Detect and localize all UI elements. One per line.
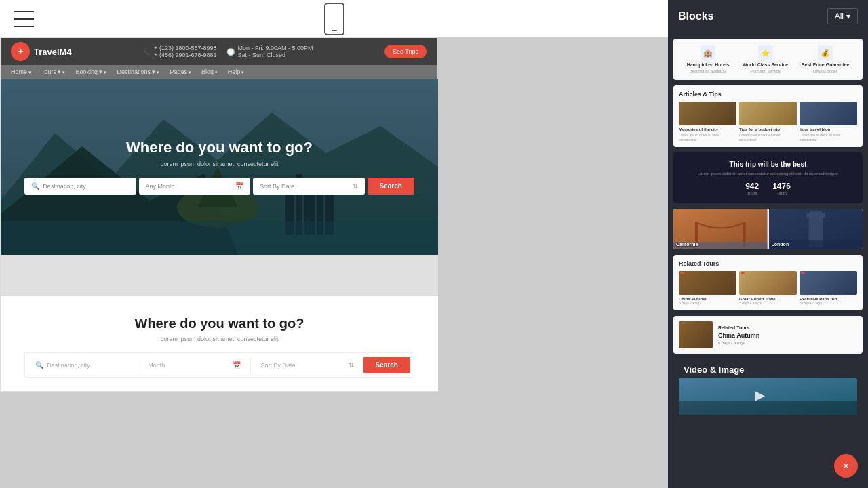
service-sub: Premium service: [750, 69, 781, 73]
month-field-2[interactable]: Month 📅: [141, 357, 248, 373]
article-item-1: Memories of the city Lorem ipsum dolor s…: [679, 102, 736, 142]
contact-hours: 🕐 Mon - Fri: 9:00AM - 5:00PM Sat - Sun: …: [226, 45, 313, 58]
destination-field-2[interactable]: 🔍 Destination, city: [28, 357, 135, 373]
contact-hours-text: Mon - Fri: 9:00AM - 5:00PM Sat - Sun: Cl…: [237, 45, 313, 58]
stats-title: This trip will be the best: [680, 161, 856, 168]
right-panel: Blocks All ▾ 🏨 Handpicked Hotels Best ho…: [668, 0, 868, 488]
calendar-icon: 📅: [235, 182, 243, 190]
nav-blog[interactable]: Blog: [201, 68, 218, 75]
single-tour-img: [679, 321, 713, 348]
price-sub: Lowest prices: [813, 69, 838, 73]
video-block-preview[interactable]: [679, 378, 857, 415]
hotel-icon: 🏨: [701, 45, 715, 60]
article-img-3: [800, 102, 857, 125]
stat-happy-number: 1476: [772, 182, 791, 191]
phone-icon: 📞: [143, 48, 151, 56]
article-title-2: Tips for a budget trip: [739, 127, 797, 131]
price-label: Best Price Guarantee: [802, 62, 850, 67]
block-feature-service: ⭐ World Class Service Premium service: [743, 45, 788, 73]
left-panel: TravelM4 📞 + (123) 1800-567-8998 + (456)…: [0, 0, 668, 488]
hero-image: Where do you want to go? Lorem ipsum dol…: [1, 79, 438, 255]
hotel-sub: Best hotels available: [690, 69, 727, 73]
single-tour-meta: 8 days • 4 tags: [718, 341, 857, 345]
block-stats-content: This trip will be the best Lorem ipsum d…: [673, 152, 863, 203]
nav-pages[interactable]: Pages: [170, 68, 191, 75]
sort-icon: ⇅: [353, 182, 358, 190]
section2-subtitle: Lorem ipsum dolor sit amet, consectetur …: [14, 336, 425, 342]
single-tour-section-label: Related Tours: [718, 325, 857, 330]
block-feature-hotels: 🏨 Handpicked Hotels Best hotels availabl…: [687, 45, 730, 73]
article-img-1: [679, 102, 736, 125]
nav-destinations[interactable]: Destinations ▾: [117, 68, 159, 75]
article-img-2: [739, 102, 797, 125]
search-bar-2: 🔍 Destination, city Month 📅 Sort By Date…: [24, 352, 414, 378]
service-label: World Class Service: [743, 62, 788, 67]
article-title-1: Memories of the city: [679, 127, 736, 131]
tour-tag-2: [741, 272, 745, 274]
close-button[interactable]: ×: [834, 454, 858, 478]
block-articles-content: Articles & Tips Memories of the city Lor…: [673, 85, 863, 147]
stat-tours: 942 Tours: [745, 182, 759, 195]
article-title-3: Your travel blog: [800, 127, 857, 131]
stat-tours-number: 942: [745, 182, 759, 191]
calendar-icon-2: 📅: [233, 361, 241, 369]
nav-home[interactable]: Home: [11, 68, 31, 75]
hotel-label: Handpicked Hotels: [687, 62, 730, 67]
sort-icon-2: ⇅: [349, 361, 354, 369]
tour-item-3: Exclusive Paris trip 3 days • 5 tags: [800, 271, 857, 305]
all-dropdown-button[interactable]: All ▾: [827, 8, 858, 24]
location-icon: 🔍: [31, 182, 39, 190]
stat-happy-label: Happy: [772, 191, 791, 195]
main-content: TravelM4 📞 + (123) 1800-567-8998 + (456)…: [0, 37, 668, 488]
nav-booking[interactable]: Booking ▾: [75, 68, 106, 75]
tour-item-2: Great Britain Travel 5 days • 3 tags: [739, 271, 797, 305]
hamburger-icon[interactable]: [14, 11, 34, 27]
site-logo-icon: [11, 42, 30, 61]
section2-title: Where do you want to go?: [14, 316, 425, 331]
nav-help[interactable]: Help: [228, 68, 244, 75]
article-item-2: Tips for a budget trip Lorem ipsum dolor…: [739, 102, 797, 142]
gray-spacer: [1, 255, 438, 296]
search-icon-2: 🔍: [35, 361, 43, 369]
divider-1: [138, 358, 138, 372]
video-section-title: Video & Image: [673, 359, 863, 378]
stats-subtitle: Lorem ipsum dolor sit amet consectetur a…: [680, 171, 856, 176]
block-card-single-tour[interactable]: Related Tours China Autumn 8 days • 4 ta…: [673, 316, 863, 354]
sort-field-2[interactable]: Sort By Date ⇅: [254, 357, 360, 373]
stat-tours-label: Tours: [745, 191, 759, 195]
article-text-1: Lorem ipsum dolor sit amet consectetur: [679, 133, 736, 142]
svg-rect-20: [810, 211, 821, 216]
articles-grid: Memories of the city Lorem ipsum dolor s…: [679, 102, 857, 142]
search-button-2[interactable]: Search: [363, 357, 410, 373]
related-tours-title: Related Tours: [679, 260, 857, 267]
tour-tag-1: [680, 272, 684, 274]
block-card-features[interactable]: 🏨 Handpicked Hotels Best hotels availabl…: [673, 39, 863, 80]
contact-phone: 📞 + (123) 1800-567-8998 + (456) 2901-678…: [143, 45, 216, 58]
tour-img-3: [800, 271, 857, 295]
block-card-destinations[interactable]: California: [673, 209, 863, 249]
website-preview: TravelM4 📞 + (123) 1800-567-8998 + (456)…: [0, 37, 437, 392]
tour-item-1: China Autumn 8 days • 4 tags: [679, 271, 736, 305]
mobile-device-icon: [324, 3, 344, 35]
see-trips-button[interactable]: See Trips: [384, 45, 427, 58]
nav-tours[interactable]: Tours ▾: [41, 68, 65, 75]
block-card-stats[interactable]: This trip will be the best Lorem ipsum d…: [673, 152, 863, 203]
blocks-title: Blocks: [678, 10, 713, 22]
single-tour-text: Related Tours China Autumn 8 days • 4 ta…: [718, 325, 857, 345]
month-field[interactable]: Any Month 📅: [139, 178, 250, 195]
search-bar: 🔍 Destination, city Any Month 📅 Sort By …: [24, 178, 414, 195]
stats-row: 942 Tours 1476 Happy: [680, 182, 856, 195]
search-button[interactable]: Search: [368, 178, 414, 195]
related-tours-grid: China Autumn 8 days • 4 tags Great Brita…: [679, 271, 857, 305]
block-card-related-tours[interactable]: Related Tours China Autumn 8 days • 4 ta…: [673, 255, 863, 310]
hero-subtitle: Lorem ipsum dolor sit amet, consectetur …: [160, 161, 278, 167]
destination-field[interactable]: 🔍 Destination, city: [24, 178, 136, 195]
sort-field[interactable]: Sort By Date ⇅: [253, 178, 364, 195]
tour-img-2: [739, 271, 797, 295]
block-card-articles[interactable]: Articles & Tips Memories of the city Lor…: [673, 85, 863, 147]
single-tour-name: China Autumn: [718, 332, 857, 339]
tour-sub-2: 5 days • 3 tags: [739, 301, 797, 305]
tour-sub-1: 8 days • 4 tags: [679, 301, 736, 305]
block-single-tour-content: Related Tours China Autumn 8 days • 4 ta…: [673, 316, 863, 354]
service-icon: ⭐: [758, 45, 773, 60]
